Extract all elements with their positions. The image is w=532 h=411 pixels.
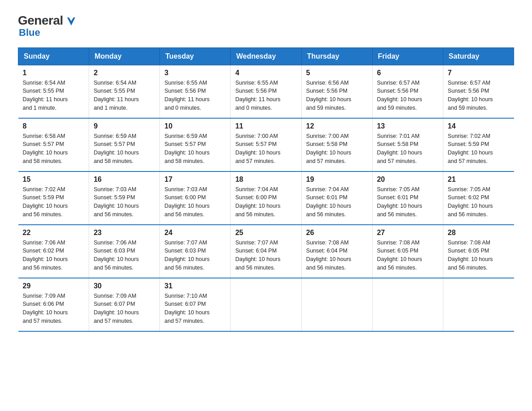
calendar-day-cell: 21Sunrise: 7:05 AMSunset: 6:02 PMDayligh… [443,171,514,225]
day-info: Sunrise: 7:07 AMSunset: 6:03 PMDaylight:… [164,239,226,272]
day-number: 16 [94,176,155,184]
calendar-week-row: 15Sunrise: 7:02 AMSunset: 5:59 PMDayligh… [18,171,514,225]
calendar-day-cell: 16Sunrise: 7:03 AMSunset: 5:59 PMDayligh… [89,171,160,225]
calendar-day-cell: 7Sunrise: 6:57 AMSunset: 5:56 PMDaylight… [443,65,514,118]
calendar-day-cell: 23Sunrise: 7:06 AMSunset: 6:03 PMDayligh… [89,225,160,278]
weekday-header-saturday: Saturday [443,47,514,65]
day-info: Sunrise: 7:04 AMSunset: 6:00 PMDaylight:… [235,185,296,219]
calendar-week-row: 22Sunrise: 7:06 AMSunset: 6:02 PMDayligh… [18,225,514,278]
day-number: 8 [23,122,85,130]
calendar-day-cell: 25Sunrise: 7:07 AMSunset: 6:04 PMDayligh… [231,225,301,278]
calendar-day-cell: 13Sunrise: 7:01 AMSunset: 5:58 PMDayligh… [372,118,443,171]
day-info: Sunrise: 7:08 AMSunset: 6:04 PMDaylight:… [306,239,368,272]
day-info: Sunrise: 7:02 AMSunset: 5:59 PMDaylight:… [448,132,510,166]
calendar-day-cell: 26Sunrise: 7:08 AMSunset: 6:04 PMDayligh… [301,225,372,278]
day-number: 21 [448,176,510,184]
day-info: Sunrise: 7:00 AMSunset: 5:58 PMDaylight:… [306,132,368,166]
day-number: 18 [235,176,296,184]
weekday-header-friday: Friday [372,47,443,65]
day-info: Sunrise: 6:59 AMSunset: 5:57 PMDaylight:… [94,132,155,166]
logo-text: General [18,13,75,29]
day-number: 17 [164,176,226,184]
calendar-day-cell: 28Sunrise: 7:08 AMSunset: 6:05 PMDayligh… [443,225,514,278]
day-info: Sunrise: 6:57 AMSunset: 5:56 PMDaylight:… [448,79,510,112]
day-number: 31 [164,282,226,290]
day-info: Sunrise: 7:09 AMSunset: 6:07 PMDaylight:… [94,292,155,325]
day-number: 13 [377,122,438,130]
day-number: 12 [306,122,368,130]
day-info: Sunrise: 7:06 AMSunset: 6:02 PMDaylight:… [23,239,85,272]
calendar-day-cell: 17Sunrise: 7:03 AMSunset: 6:00 PMDayligh… [160,171,231,225]
day-info: Sunrise: 7:03 AMSunset: 6:00 PMDaylight:… [164,185,226,219]
day-info: Sunrise: 6:59 AMSunset: 5:57 PMDaylight:… [164,132,226,166]
day-number: 27 [377,229,438,237]
day-info: Sunrise: 6:54 AMSunset: 5:55 PMDaylight:… [23,79,85,112]
calendar-day-cell: 31Sunrise: 7:10 AMSunset: 6:07 PMDayligh… [160,278,231,331]
day-number: 25 [235,229,296,237]
day-info: Sunrise: 7:08 AMSunset: 6:05 PMDaylight:… [448,239,510,272]
calendar-day-cell: 10Sunrise: 6:59 AMSunset: 5:57 PMDayligh… [160,118,231,171]
weekday-header-tuesday: Tuesday [160,47,231,65]
calendar-day-cell: 29Sunrise: 7:09 AMSunset: 6:06 PMDayligh… [18,278,89,331]
logo: General Blue [18,13,75,39]
calendar-day-cell: 18Sunrise: 7:04 AMSunset: 6:00 PMDayligh… [231,171,301,225]
calendar-day-cell: 20Sunrise: 7:05 AMSunset: 6:01 PMDayligh… [372,171,443,225]
day-info: Sunrise: 6:58 AMSunset: 5:57 PMDaylight:… [23,132,85,166]
calendar-day-cell [301,278,372,331]
day-number: 9 [94,122,155,130]
day-info: Sunrise: 6:56 AMSunset: 5:56 PMDaylight:… [306,79,368,112]
page-header: General Blue [18,13,514,39]
calendar-day-cell: 6Sunrise: 6:57 AMSunset: 5:56 PMDaylight… [372,65,443,118]
calendar-body: 1Sunrise: 6:54 AMSunset: 5:55 PMDaylight… [18,65,514,331]
day-number: 22 [23,229,85,237]
weekday-header-sunday: Sunday [18,47,89,65]
day-info: Sunrise: 7:01 AMSunset: 5:58 PMDaylight:… [377,132,438,166]
logo-blue-text: Blue [19,27,40,39]
calendar-day-cell: 14Sunrise: 7:02 AMSunset: 5:59 PMDayligh… [443,118,514,171]
weekday-header-wednesday: Wednesday [231,47,301,65]
calendar-day-cell: 27Sunrise: 7:08 AMSunset: 6:05 PMDayligh… [372,225,443,278]
day-number: 26 [306,229,368,237]
logo-triangle-icon [67,14,75,29]
day-info: Sunrise: 7:09 AMSunset: 6:06 PMDaylight:… [23,292,85,325]
calendar-day-cell: 2Sunrise: 6:54 AMSunset: 5:55 PMDaylight… [89,65,160,118]
day-number: 29 [23,282,85,290]
calendar-week-row: 8Sunrise: 6:58 AMSunset: 5:57 PMDaylight… [18,118,514,171]
calendar-day-cell: 1Sunrise: 6:54 AMSunset: 5:55 PMDaylight… [18,65,89,118]
day-info: Sunrise: 7:05 AMSunset: 6:02 PMDaylight:… [448,185,510,219]
day-number: 2 [94,69,155,77]
day-info: Sunrise: 7:04 AMSunset: 6:01 PMDaylight:… [306,185,368,219]
calendar-day-cell: 30Sunrise: 7:09 AMSunset: 6:07 PMDayligh… [89,278,160,331]
calendar-week-row: 1Sunrise: 6:54 AMSunset: 5:55 PMDaylight… [18,65,514,118]
calendar-day-cell: 15Sunrise: 7:02 AMSunset: 5:59 PMDayligh… [18,171,89,225]
calendar-day-cell [372,278,443,331]
calendar-day-cell: 8Sunrise: 6:58 AMSunset: 5:57 PMDaylight… [18,118,89,171]
day-number: 10 [164,122,226,130]
day-number: 30 [94,282,155,290]
calendar-day-cell: 12Sunrise: 7:00 AMSunset: 5:58 PMDayligh… [301,118,372,171]
day-info: Sunrise: 6:55 AMSunset: 5:56 PMDaylight:… [235,79,296,112]
day-info: Sunrise: 7:07 AMSunset: 6:04 PMDaylight:… [235,239,296,272]
weekday-header-monday: Monday [89,47,160,65]
calendar-day-cell [443,278,514,331]
calendar-day-cell: 3Sunrise: 6:55 AMSunset: 5:56 PMDaylight… [160,65,231,118]
calendar-day-cell [231,278,301,331]
calendar-day-cell: 22Sunrise: 7:06 AMSunset: 6:02 PMDayligh… [18,225,89,278]
day-number: 14 [448,122,510,130]
day-info: Sunrise: 7:00 AMSunset: 5:57 PMDaylight:… [235,132,296,166]
day-info: Sunrise: 7:08 AMSunset: 6:05 PMDaylight:… [377,239,438,272]
calendar-day-cell: 9Sunrise: 6:59 AMSunset: 5:57 PMDaylight… [89,118,160,171]
day-number: 11 [235,122,296,130]
day-number: 19 [306,176,368,184]
day-info: Sunrise: 7:05 AMSunset: 6:01 PMDaylight:… [377,185,438,219]
day-number: 15 [23,176,85,184]
day-info: Sunrise: 6:55 AMSunset: 5:56 PMDaylight:… [164,79,226,112]
day-number: 7 [448,69,510,77]
weekday-header-row: SundayMondayTuesdayWednesdayThursdayFrid… [18,47,514,65]
day-number: 5 [306,69,368,77]
day-info: Sunrise: 6:54 AMSunset: 5:55 PMDaylight:… [94,79,155,112]
day-number: 24 [164,229,226,237]
calendar-week-row: 29Sunrise: 7:09 AMSunset: 6:06 PMDayligh… [18,278,514,331]
calendar-table: SundayMondayTuesdayWednesdayThursdayFrid… [18,47,514,332]
day-number: 1 [23,69,85,77]
